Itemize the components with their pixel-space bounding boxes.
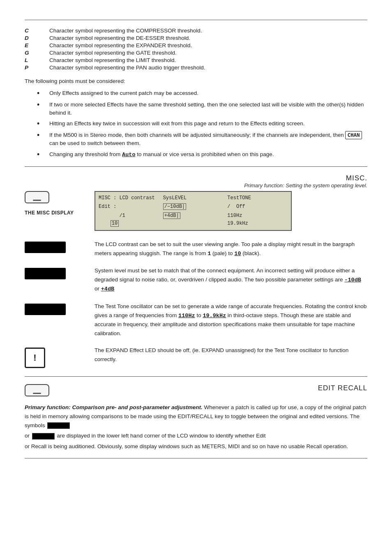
edit-recall-key-icon (25, 384, 49, 396)
bullet-dot: • (37, 131, 45, 148)
lcd-r3c2: +4dB| (163, 212, 224, 228)
misc-row-1-icon (25, 240, 90, 253)
char-desc: Character symbol representing the EXPAND… (49, 42, 367, 48)
bullet-item-1: •If two or more selected Effects have th… (37, 101, 367, 117)
edit-recall-p3: or Recall is being auditioned. Obviously… (25, 442, 367, 451)
char-key: L (25, 57, 41, 63)
misc-row-4: ! The EXPAND Effect LED should be off, (… (25, 346, 367, 368)
bullet-dot: • (37, 101, 45, 117)
misc-header: MISC. Primary function: Setting the syst… (25, 174, 367, 189)
misc-row-2-icon (25, 266, 90, 279)
misc-row-2-text: System level must be set to match that o… (95, 266, 367, 294)
char-key: P (25, 64, 41, 71)
bullet-text: If two or more selected Effects have the… (49, 101, 367, 117)
char-desc: Character symbol representing the GATE t… (49, 50, 367, 56)
misc-row-3-text: The Test Tone oscillator can be set to g… (95, 302, 367, 338)
bullet-dot: • (37, 89, 45, 98)
lcd-r1c2: SysLEVEL (163, 194, 224, 202)
symbol-box-1 (47, 422, 70, 429)
misc-section: MISC. Primary function: Setting the syst… (25, 174, 367, 368)
colored-box-3 (25, 304, 66, 315)
edit-recall-title-area: EDIT RECALL (95, 384, 367, 392)
bullet-item-2: •Hitting an Effects key twice in success… (37, 120, 367, 129)
edit-recall-top: EDIT RECALL (25, 384, 367, 400)
bullet-list: •Only Effects assigned to the current pa… (37, 89, 367, 159)
bullet-text: Only Effects assigned to the current pat… (49, 89, 367, 98)
bullet-text: Hitting an Effects key twice in successi… (49, 120, 367, 129)
misc-row-2: System level must be set to match that o… (25, 266, 367, 294)
edit-recall-title: EDIT RECALL (95, 384, 367, 392)
misc-row-3-icon (25, 302, 90, 315)
misc-row-1: The LCD contrast can be set to suit the … (25, 240, 367, 258)
chan-box: CHAN (345, 131, 362, 140)
char-table: (function() { const data = JSON.parse(do… (25, 28, 367, 71)
char-desc: Character symbol representing the DE-ESS… (49, 35, 367, 41)
char-key: D (25, 35, 41, 41)
bullet-item-0: •Only Effects assigned to the current pa… (37, 89, 367, 98)
misc-display-label: THE MISC DISPLAY (25, 210, 74, 216)
colored-box-1 (25, 242, 66, 253)
bullet-item-3: •If the M500 is in Stereo mode, then bot… (37, 131, 367, 148)
misc-row-4-icon: ! (25, 346, 90, 368)
bullet-item-4: •Changing any threshold from Auto to man… (37, 150, 367, 159)
warning-icon: ! (25, 348, 45, 368)
lcd-r2c3: / Off (227, 203, 288, 211)
bullet-dot: • (37, 120, 45, 129)
char-desc: Character symbol representing the COMPRE… (49, 28, 367, 34)
misc-rows: The LCD contrast can be set to suit the … (25, 240, 367, 368)
misc-title: MISC. (346, 174, 367, 182)
edit-recall-left (25, 384, 90, 400)
edit-recall-italic: Primary function: Comparison pre- and po… (25, 404, 203, 410)
bullet-text: If the M500 is in Stereo mode, then both… (49, 131, 367, 148)
lcd-r1c3: TestTONE (227, 194, 288, 202)
misc-lcd-area: MISC : LCD contrast SysLEVEL TestTONE Ed… (95, 191, 367, 237)
misc-row-1-text: The LCD contrast can be set to suit the … (95, 240, 367, 258)
following-points-intro: The following points must be considered: (25, 78, 367, 84)
auto-underline: Auto (122, 152, 135, 158)
char-key: E (25, 42, 41, 48)
lcd-r3c1: /1 10 (99, 212, 159, 228)
lcd-r2c2: /−10dB| (163, 203, 224, 211)
misc-row-4-text: The EXPAND Effect LED should be off, (ie… (95, 346, 367, 364)
edit-recall-body: Primary function: Comparison pre- and po… (25, 403, 367, 451)
lcd-display: MISC : LCD contrast SysLEVEL TestTONE Ed… (95, 191, 292, 231)
bullet-text: Changing any threshold from Auto to manu… (49, 150, 367, 159)
misc-subtitle: Primary function: Setting the system ope… (244, 182, 367, 189)
char-desc: Character symbol representing the PAN au… (49, 64, 367, 71)
misc-top-wrap: THE MISC DISPLAY MISC : LCD contrast Sys… (25, 191, 367, 237)
lcd-r1c1: MISC : LCD contrast (99, 194, 159, 202)
misc-row-3: The Test Tone oscillator can be set to g… (25, 302, 367, 338)
misc-left: THE MISC DISPLAY (25, 191, 90, 216)
colored-box-2 (25, 268, 66, 279)
char-desc: Character symbol representing the LIMIT … (49, 57, 367, 63)
edit-recall-section: EDIT RECALL Primary function: Comparison… (25, 384, 367, 451)
lcd-r2c1: Edit : (99, 203, 159, 211)
char-key: G (25, 50, 41, 56)
edit-recall-p2: or are displayed in the lower left hand … (25, 431, 367, 440)
bullet-dot: • (37, 150, 45, 159)
misc-key-icon (25, 191, 49, 203)
symbol-box-2 (32, 433, 55, 440)
edit-recall-p1: Primary function: Comparison pre- and po… (25, 403, 367, 430)
char-key: C (25, 28, 41, 34)
page: (function() { const data = JSON.parse(do… (0, 0, 392, 482)
lcd-r3c3: 110Hz 19.9kHz (227, 212, 288, 228)
